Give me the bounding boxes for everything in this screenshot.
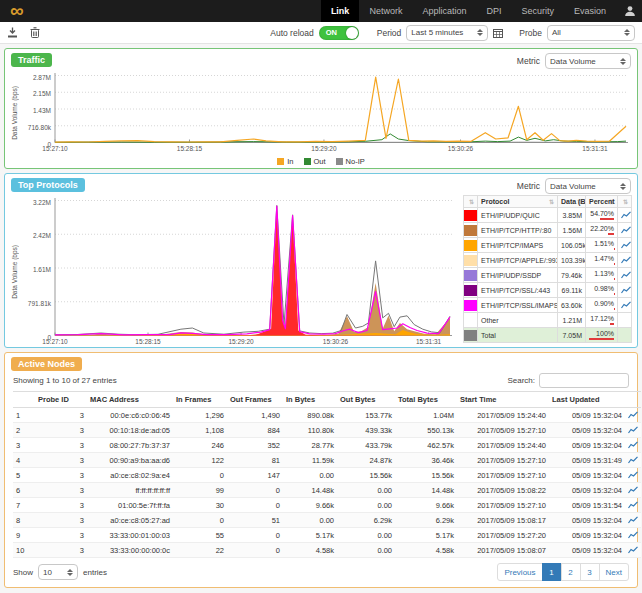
trash-icon[interactable] <box>30 27 40 38</box>
protocol-color-swatch <box>464 330 477 341</box>
node-chart-icon[interactable] <box>625 483 641 498</box>
calendar-icon[interactable] <box>493 28 503 38</box>
percent-bar <box>600 218 614 220</box>
protocol-percent: 1.47% <box>586 253 618 268</box>
nodes-col-header[interactable]: In Frames <box>173 392 227 408</box>
node-cell: 55 <box>173 528 227 543</box>
nodes-col-header[interactable]: Out Bytes <box>337 392 395 408</box>
node-chart-icon[interactable] <box>625 513 641 528</box>
node-chart-icon[interactable] <box>625 453 641 468</box>
pagination-previous[interactable]: Previous <box>497 563 542 581</box>
search-input[interactable] <box>539 373 629 388</box>
nav-tab-dpi[interactable]: DPI <box>476 0 511 22</box>
traffic-metric-select[interactable]: Data Volume <box>545 53 631 69</box>
protocol-row: ETH/IP/TCP/APPLE/:993103.39k1.47% <box>464 253 632 268</box>
node-cell: 5 <box>13 468 35 483</box>
nodes-col-header[interactable] <box>13 392 35 408</box>
node-cell: 352 <box>227 438 283 453</box>
legend-swatch <box>336 158 343 165</box>
nodes-col-header[interactable]: Out Frames <box>227 392 283 408</box>
protocols-metric-select[interactable]: Data Volume <box>545 178 631 194</box>
nodes-col-header[interactable]: MAC Address <box>87 392 173 408</box>
legend-item-in: In <box>277 157 293 166</box>
y-tick-label: 2.42M <box>33 232 51 239</box>
node-cell: 2017/05/09 15:08:07 <box>457 543 549 558</box>
node-cell: 2017/05/09 15:27:10 <box>457 423 549 438</box>
node-chart-icon[interactable] <box>625 408 641 423</box>
protocol-percent: 1.51% <box>586 238 618 253</box>
node-cell: 05/09 15:32:04 <box>549 423 625 438</box>
protocol-chart-icon[interactable] <box>618 238 632 253</box>
node-chart-icon[interactable] <box>625 498 641 513</box>
sort-icon[interactable]: ⇅ <box>623 198 628 205</box>
sort-icon[interactable]: ⇅ <box>549 198 554 205</box>
node-cell: 3 <box>35 513 87 528</box>
sort-icon[interactable]: ⇅ <box>469 198 474 205</box>
node-cell: 05/09 15:32:04 <box>549 513 625 528</box>
node-chart-icon[interactable] <box>625 423 641 438</box>
auto-reload-toggle[interactable]: ON <box>319 26 359 40</box>
show-entries-select[interactable]: 10 <box>38 564 78 580</box>
node-chart-icon[interactable] <box>625 543 641 558</box>
protocol-chart-icon[interactable] <box>618 283 632 298</box>
user-icon[interactable] <box>624 5 636 17</box>
nodes-col-header[interactable]: Start Time <box>457 392 549 408</box>
nodes-col-header[interactable]: Total Bytes <box>395 392 457 408</box>
pagination-page-3[interactable]: 3 <box>580 563 600 581</box>
node-cell: 10 <box>13 543 35 558</box>
node-cell: 00:10:18:de:ad:05 <box>87 423 173 438</box>
nav-tab-link[interactable]: Link <box>321 0 360 22</box>
nodes-col-header[interactable]: In Bytes <box>283 392 337 408</box>
protocols-col-header[interactable]: ⇅Percent <box>586 196 618 208</box>
node-cell: 3 <box>35 453 87 468</box>
node-cell: 3 <box>35 438 87 453</box>
x-tick-label: 15:29:20 <box>228 338 253 345</box>
pagination-page-2[interactable]: 2 <box>561 563 581 581</box>
download-icon[interactable] <box>7 27 18 38</box>
node-cell: 4.58k <box>395 543 457 558</box>
node-cell: 1 <box>13 408 35 423</box>
protocols-col-header[interactable]: ⇅Protocol <box>478 196 558 208</box>
node-chart-icon[interactable] <box>625 468 641 483</box>
node-cell: 0 <box>227 483 283 498</box>
nodes-col-header[interactable]: Probe ID <box>35 392 87 408</box>
protocols-col-header[interactable]: ⇅ <box>464 196 478 208</box>
node-cell: 2017/05/09 15:24:40 <box>457 438 549 453</box>
node-cell: 05/09 15:32:04 <box>549 483 625 498</box>
y-tick-label: 2.15M <box>33 90 51 97</box>
nodes-col-header[interactable] <box>625 392 641 408</box>
probe-select[interactable]: All <box>547 25 635 41</box>
pagination-page-1[interactable]: 1 <box>542 563 562 581</box>
protocol-chart-icon[interactable] <box>618 208 632 223</box>
protocol-chart-icon[interactable] <box>618 268 632 283</box>
nav-tab-network[interactable]: Network <box>359 0 412 22</box>
active-nodes-panel: Active Nodes Showing 1 to 10 of 27 entri… <box>4 352 638 588</box>
node-cell: 22 <box>173 543 227 558</box>
protocols-col-header[interactable]: ⇅ <box>618 196 632 208</box>
protocol-chart-icon[interactable] <box>618 223 632 238</box>
node-cell: 550.13k <box>395 423 457 438</box>
pagination-next[interactable]: Next <box>599 563 629 581</box>
nav-tab-application[interactable]: Application <box>412 0 476 22</box>
protocols-col-header[interactable]: ⇅Data (B) <box>558 196 586 208</box>
protocol-chart-icon[interactable] <box>618 253 632 268</box>
nav-tab-evasion[interactable]: Evasion <box>564 0 616 22</box>
x-tick-label: 15:29:20 <box>311 145 336 152</box>
node-cell: 9.66k <box>395 498 457 513</box>
node-row: 1300:0e:c6:c0:06:451,2961,490890.08k153.… <box>13 408 641 423</box>
node-chart-icon[interactable] <box>625 438 641 453</box>
y-tick-label: 1.61M <box>33 266 51 273</box>
nav-tab-security[interactable]: Security <box>511 0 564 22</box>
entries-label: entries <box>83 568 107 577</box>
protocols-table-header-row: ⇅⇅Protocol⇅Data (B)⇅Percent⇅ <box>464 196 632 208</box>
period-select[interactable]: Last 5 minutes <box>406 25 488 41</box>
protocol-name: ETH/IP/TCP/IMAPS <box>478 238 558 253</box>
node-cell: 14.48k <box>395 483 457 498</box>
node-chart-icon[interactable] <box>625 528 641 543</box>
protocol-name: Total <box>478 328 558 343</box>
node-cell: 0.00 <box>337 483 395 498</box>
node-cell: 9 <box>13 528 35 543</box>
protocol-chart-icon[interactable] <box>618 298 632 313</box>
nodes-col-header[interactable]: Last Updated <box>549 392 625 408</box>
auto-reload-label: Auto reload <box>270 28 313 38</box>
